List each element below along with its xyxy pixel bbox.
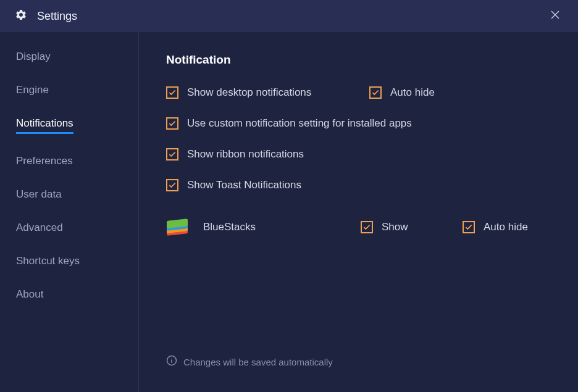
- sidebar: Display Engine Notifications Preferences…: [0, 32, 139, 392]
- sidebar-item-notifications[interactable]: Notifications: [16, 117, 73, 134]
- footer-note: Changes will be saved automatically: [166, 355, 333, 369]
- checkbox-auto-hide[interactable]: [369, 86, 382, 99]
- label-show-desktop: Show desktop notifications: [187, 86, 311, 99]
- gear-icon: [15, 9, 27, 23]
- bluestacks-icon: [166, 216, 188, 238]
- app-name-label: BlueStacks: [203, 221, 361, 233]
- footer-text: Changes will be saved automatically: [183, 357, 333, 367]
- label-show-ribbon: Show ribbon notifications: [187, 148, 304, 161]
- sidebar-item-advanced[interactable]: Advanced: [16, 222, 63, 234]
- sidebar-item-preferences[interactable]: Preferences: [16, 155, 73, 167]
- app-row-bluestacks: BlueStacks Show Auto hide: [166, 216, 551, 238]
- info-icon: [166, 355, 177, 369]
- label-auto-hide: Auto hide: [390, 86, 435, 99]
- sidebar-item-about[interactable]: About: [16, 288, 43, 301]
- checkbox-app-show[interactable]: [361, 221, 373, 233]
- content-panel: Notification Show desktop notifications …: [139, 32, 578, 392]
- label-app-show: Show: [382, 221, 408, 233]
- checkbox-show-desktop[interactable]: [166, 86, 178, 99]
- section-title: Notification: [166, 53, 551, 67]
- sidebar-item-engine[interactable]: Engine: [16, 84, 49, 96]
- window-title: Settings: [37, 10, 77, 23]
- label-show-toast: Show Toast Notifications: [187, 179, 301, 191]
- sidebar-item-user-data[interactable]: User data: [16, 188, 62, 201]
- close-button[interactable]: [547, 7, 563, 25]
- label-custom-setting: Use custom notification setting for inst…: [187, 117, 412, 130]
- sidebar-item-shortcut-keys[interactable]: Shortcut keys: [16, 255, 80, 267]
- sidebar-item-display[interactable]: Display: [16, 51, 51, 63]
- window-header: Settings: [0, 0, 578, 32]
- checkbox-app-autohide[interactable]: [463, 221, 475, 233]
- label-app-autohide: Auto hide: [484, 221, 528, 233]
- checkbox-show-ribbon[interactable]: [166, 148, 178, 161]
- checkbox-custom-setting[interactable]: [166, 117, 178, 130]
- checkbox-show-toast[interactable]: [166, 179, 178, 191]
